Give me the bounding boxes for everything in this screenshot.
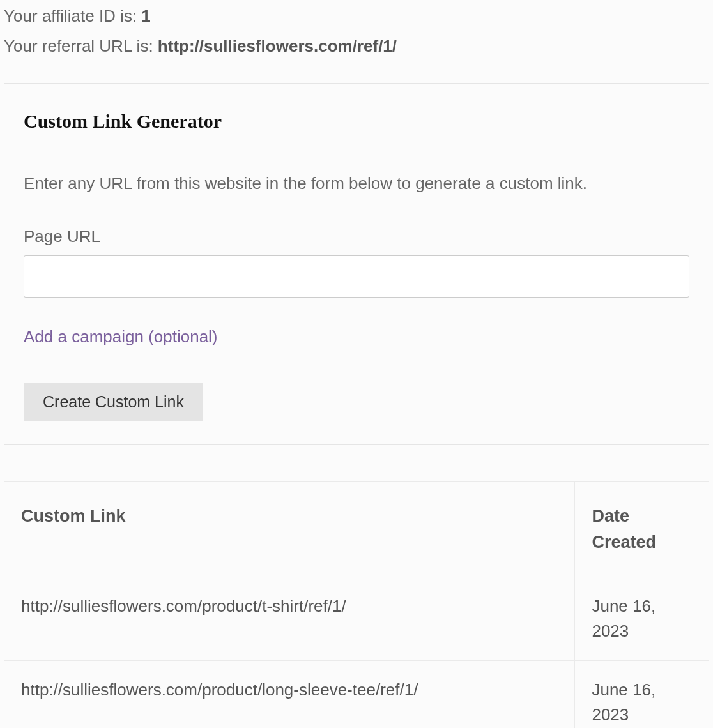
table-row: http://sulliesflowers.com/product/t-shir… <box>4 577 709 661</box>
referral-url-label: Your referral URL is: <box>4 36 158 56</box>
custom-link-cell: http://sulliesflowers.com/product/long-s… <box>4 661 575 729</box>
generator-description: Enter any URL from this website in the f… <box>24 171 689 196</box>
custom-link-generator-box: Custom Link Generator Enter any URL from… <box>4 83 709 445</box>
affiliate-id-line: Your affiliate ID is: 1 <box>4 4 709 29</box>
referral-url-line: Your referral URL is: http://sulliesflow… <box>4 34 709 59</box>
table-row: http://sulliesflowers.com/product/long-s… <box>4 661 709 729</box>
affiliate-id-value: 1 <box>141 6 150 26</box>
table-header-link: Custom Link <box>4 482 575 577</box>
date-created-cell: June 16, 2023 <box>575 661 709 729</box>
custom-links-table: Custom Link Date Created http://sulliesf… <box>4 481 709 728</box>
page-url-label: Page URL <box>24 224 689 249</box>
generator-title: Custom Link Generator <box>24 107 689 135</box>
custom-link-cell: http://sulliesflowers.com/product/t-shir… <box>4 577 575 661</box>
referral-url-value: http://sulliesflowers.com/ref/1/ <box>158 36 397 56</box>
affiliate-id-label: Your affiliate ID is: <box>4 6 141 26</box>
add-campaign-link[interactable]: Add a campaign (optional) <box>24 324 218 349</box>
create-custom-link-button[interactable]: Create Custom Link <box>24 383 203 421</box>
date-created-cell: June 16, 2023 <box>575 577 709 661</box>
table-header-date: Date Created <box>575 482 709 577</box>
page-url-input[interactable] <box>24 255 689 298</box>
